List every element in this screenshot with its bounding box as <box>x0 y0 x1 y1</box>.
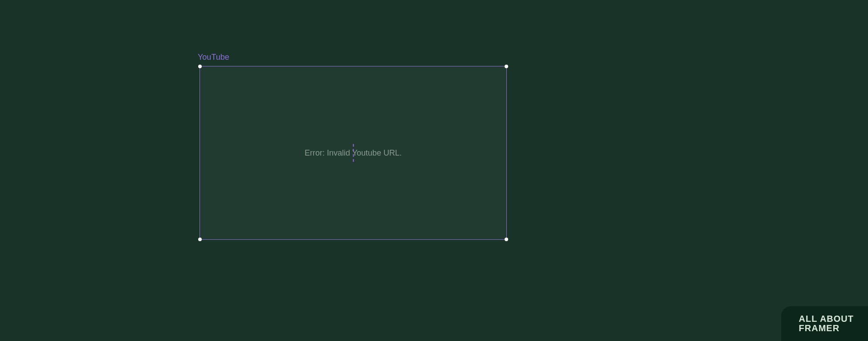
brand-watermark: ALL ABOUT FRAMER <box>781 306 868 341</box>
selected-element-container[interactable]: YouTube Error: Invalid Youtube URL. <box>200 66 507 240</box>
resize-handle-top-right[interactable] <box>505 65 508 68</box>
resize-handle-bottom-left[interactable] <box>198 238 202 241</box>
watermark-line-1: ALL ABOUT <box>799 314 854 324</box>
resize-handle-bottom-right[interactable] <box>505 238 508 241</box>
youtube-component-frame[interactable]: Error: Invalid Youtube URL. <box>200 66 507 240</box>
watermark-line-2: FRAMER <box>799 324 854 333</box>
resize-handle-top-left[interactable] <box>198 65 202 68</box>
text-cursor-indicator <box>353 144 354 162</box>
element-type-label: YouTube <box>198 53 229 62</box>
